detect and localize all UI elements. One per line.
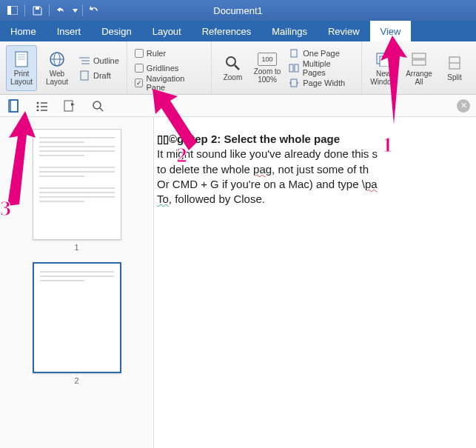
document-line: It might sound like you've already done … xyxy=(157,147,476,161)
split-icon xyxy=(446,54,463,72)
svg-line-36 xyxy=(100,108,103,111)
print-layout-button[interactable]: Print Layout xyxy=(6,45,37,91)
thumbnails-tab-icon[interactable] xyxy=(6,98,21,113)
undo-icon[interactable] xyxy=(53,3,70,18)
svg-point-35 xyxy=(93,101,101,109)
zoom-100-button[interactable]: 100 Zoom to 100% xyxy=(252,45,283,91)
svg-point-30 xyxy=(37,105,39,107)
search-tab-icon[interactable] xyxy=(90,98,105,113)
document-heading: ▯▯©gStep 2: Select the whole page xyxy=(157,132,476,147)
svg-line-15 xyxy=(235,65,239,70)
svg-rect-22 xyxy=(412,53,426,58)
svg-rect-21 xyxy=(380,56,390,67)
save-icon[interactable] xyxy=(29,3,45,18)
navpane-toolbar: ✕ xyxy=(0,95,476,117)
outline-icon xyxy=(78,56,90,66)
page-width-button[interactable]: Page Width xyxy=(286,76,355,90)
document-line: To, followed by Close. xyxy=(157,192,476,207)
ruler-checkbox[interactable]: Ruler xyxy=(133,47,205,60)
svg-rect-13 xyxy=(81,71,88,80)
ribbon-group-show: Ruler Gridlines ✓Navigation Pane xyxy=(127,41,212,94)
navigation-pane: 1 2 xyxy=(0,117,154,448)
multiple-pages-icon xyxy=(288,63,299,73)
headings-tab-icon[interactable] xyxy=(34,98,49,113)
svg-rect-23 xyxy=(412,60,426,65)
navigation-pane-checkbox[interactable]: ✓Navigation Pane xyxy=(133,76,205,90)
title-bar: Document1 xyxy=(0,0,476,21)
review-tab-icon[interactable] xyxy=(62,98,77,113)
tab-review[interactable]: Review xyxy=(318,21,370,41)
tab-mailings[interactable]: Mailings xyxy=(261,21,318,41)
page-width-icon xyxy=(288,78,300,88)
one-page-icon xyxy=(288,48,300,58)
zoom-100-icon: 100 xyxy=(258,53,277,66)
svg-rect-2 xyxy=(36,7,39,10)
tab-view[interactable]: View xyxy=(370,21,412,41)
checkbox-icon xyxy=(135,49,144,58)
document-line: to delete the whole pag, not just some o… xyxy=(157,162,476,177)
svg-rect-17 xyxy=(289,64,293,72)
svg-point-28 xyxy=(37,101,39,104)
arrange-all-icon xyxy=(410,50,428,68)
svg-rect-19 xyxy=(291,79,297,87)
tab-insert[interactable]: Insert xyxy=(47,21,92,41)
draft-button[interactable]: Draft xyxy=(77,69,121,82)
ribbon-group-window: New Window Arrange All Split xyxy=(362,41,476,94)
close-icon: ✕ xyxy=(460,101,467,110)
gridlines-checkbox[interactable]: Gridlines xyxy=(133,61,205,75)
svg-rect-27 xyxy=(10,100,18,112)
page-number-1: 1 xyxy=(0,243,153,252)
document-title: Document1 xyxy=(213,5,262,16)
one-page-button[interactable]: One Page xyxy=(286,47,355,60)
ribbon-tabs: Home Insert Design Layout References Mai… xyxy=(0,21,476,41)
outline-button[interactable]: Outline xyxy=(77,54,121,67)
checkbox-checked-icon: ✓ xyxy=(135,78,144,87)
page-number-2: 2 xyxy=(0,376,153,385)
undo-dropdown-icon[interactable] xyxy=(71,3,78,18)
draft-icon xyxy=(78,70,90,81)
svg-point-32 xyxy=(37,109,39,111)
svg-rect-18 xyxy=(295,64,298,72)
document-line: Or CMD + G if you're on a Mac) and type … xyxy=(157,177,476,192)
ribbon-group-zoom: Zoom 100 Zoom to 100% One Page Multiple … xyxy=(212,41,362,94)
split-button[interactable]: Split xyxy=(439,45,470,91)
multiple-pages-button[interactable]: Multiple Pages xyxy=(286,61,355,75)
web-layout-button[interactable]: Web Layout xyxy=(41,45,73,91)
tab-layout[interactable]: Layout xyxy=(142,21,192,41)
new-window-button[interactable]: New Window xyxy=(368,45,399,91)
new-window-icon xyxy=(375,50,392,68)
zoom-button[interactable]: Zoom xyxy=(218,45,248,91)
zoom-icon xyxy=(224,54,241,72)
main-area: 1 2 ▯▯©gStep 2: Select the whole page It… xyxy=(0,117,476,448)
page-thumbnail-1[interactable] xyxy=(33,129,121,240)
page-thumbnail-2[interactable] xyxy=(33,262,121,373)
checkbox-icon xyxy=(135,64,144,73)
svg-rect-1 xyxy=(7,6,11,15)
svg-point-14 xyxy=(227,57,235,66)
svg-rect-16 xyxy=(291,50,297,57)
document-body[interactable]: ▯▯©gStep 2: Select the whole page It mig… xyxy=(154,117,476,448)
arrange-all-button[interactable]: Arrange All xyxy=(403,45,435,91)
panel-toggle-icon[interactable] xyxy=(4,3,21,18)
svg-rect-34 xyxy=(64,101,73,111)
tab-references[interactable]: References xyxy=(192,21,261,41)
tab-home[interactable]: Home xyxy=(0,21,47,41)
web-layout-icon xyxy=(48,50,66,68)
redo-icon[interactable] xyxy=(87,3,103,18)
ribbon-group-views: Print Layout Web Layout Outline Draft xyxy=(0,41,127,94)
tab-design[interactable]: Design xyxy=(91,21,141,41)
print-layout-icon xyxy=(13,50,30,68)
close-navpane-button[interactable]: ✕ xyxy=(457,99,470,113)
ribbon: Print Layout Web Layout Outline Draft Ru… xyxy=(0,41,476,95)
